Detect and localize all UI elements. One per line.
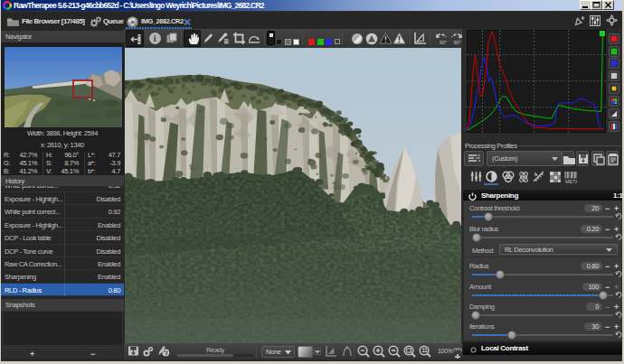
svg-text:11: 11 xyxy=(421,347,428,353)
svg-text:META: META xyxy=(565,179,577,184)
svg-text:90°: 90° xyxy=(440,40,447,45)
